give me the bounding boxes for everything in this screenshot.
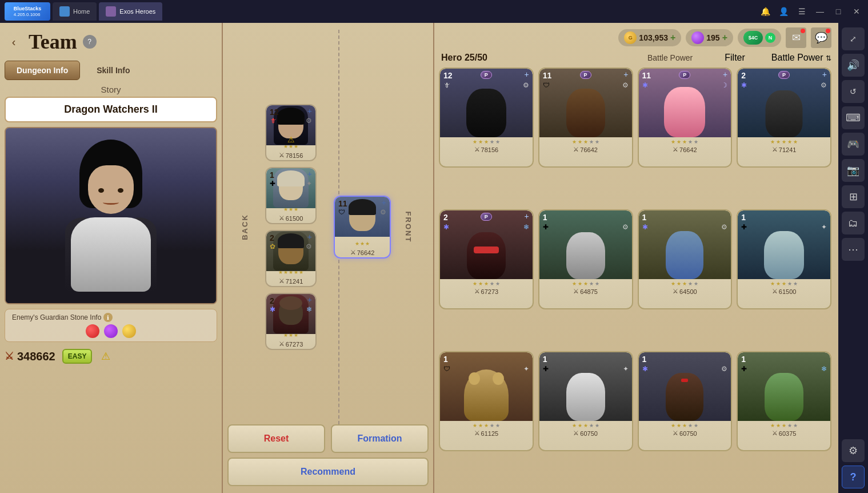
- close-btn[interactable]: ✕: [850, 5, 863, 18]
- hero-card-7[interactable]: 1 ✱ ⚙ ★★★★★ ⚔64500: [638, 209, 733, 309]
- help-button[interactable]: ?: [83, 35, 97, 49]
- slot-warning-1: ⚠: [287, 135, 295, 144]
- storage-icon[interactable]: 🗂: [842, 212, 865, 234]
- gamepad-icon[interactable]: 🎮: [842, 133, 865, 156]
- tab-exos[interactable]: Exos Heroes: [99, 2, 162, 21]
- hero-plus-3: +: [723, 70, 727, 79]
- battle-power-value: 348662: [17, 350, 55, 363]
- hero-card-5[interactable]: P 2 + ✱ ❄ ★★★★★ ⚔67273: [439, 209, 534, 309]
- mail-button[interactable]: ✉: [786, 27, 806, 48]
- formation-slot-2[interactable]: 1 + ✚ ✦ ★★★ ⚔61500: [265, 167, 317, 224]
- dungeon-info-tab[interactable]: Dungeon Info: [5, 61, 80, 80]
- user-icon[interactable]: 👤: [777, 5, 790, 18]
- hero-card-9[interactable]: 1 🛡 ✦ ★★★★★ ⚔61125: [439, 351, 534, 451]
- hero-gear-1: ⚙: [523, 81, 529, 89]
- hero-stars-12: ★★★★★: [770, 423, 798, 428]
- hero-card-1[interactable]: P 12 + 🗡 ⚙ ★★★★★ ⚔78156: [439, 67, 534, 168]
- gold-plus-btn[interactable]: +: [670, 33, 675, 43]
- hero-card-10[interactable]: 1 ✚ ✦ ★★★★★ ⚔60750: [538, 351, 633, 451]
- hero-power-10: ⚔60750: [573, 430, 598, 437]
- gem-plus-btn[interactable]: +: [722, 33, 727, 43]
- left-panel: ‹ Team ? Dungeon Info Skill Info Story D…: [0, 23, 223, 493]
- hero-portrait-2: P 11 + 🛡 ⚙: [539, 69, 632, 137]
- slot-gear-3: ⚙: [306, 242, 312, 251]
- rotate-icon[interactable]: ↺: [842, 80, 865, 103]
- reset-button[interactable]: Reset: [227, 424, 325, 453]
- volume-icon[interactable]: 🔊: [842, 54, 865, 77]
- logo-text: BlueStacks4.205.0.1006: [14, 6, 42, 17]
- right-sidebar: ⤢ 🔊 ↺ ⌨ 🎮 📷 ⊞ 🗂 ⋯ ⚙ ?: [838, 23, 868, 493]
- hero-stars-5: ★★★★★: [473, 281, 500, 287]
- hero-power-6: ⚔64875: [573, 288, 598, 295]
- hero-gear-2: ⚙: [622, 81, 629, 89]
- hero-portrait-9: 1 🛡 ✦: [440, 352, 533, 421]
- formation-slot-4[interactable]: 2 + ✱ ❄ ★★★ ⚔67273: [265, 293, 317, 350]
- hero-card-8[interactable]: 1 ✚ ✦ ★★★★★ ⚔61500: [737, 209, 831, 309]
- hero-face-5: [467, 232, 506, 279]
- gold-coin-icon: G: [624, 31, 637, 44]
- hero-level-8: 1: [741, 213, 746, 222]
- chat-button[interactable]: 💬: [811, 27, 831, 48]
- slot-plus-2: +: [307, 169, 312, 178]
- hero-power-5: ⚔67273: [474, 288, 499, 295]
- hero-element-2: 🛡: [543, 81, 550, 89]
- panel-header: ‹ Team ?: [5, 27, 217, 56]
- slot-element-3: ✿: [270, 242, 275, 251]
- maximize-btn[interactable]: □: [831, 5, 845, 18]
- minimize-btn[interactable]: —: [813, 5, 827, 18]
- hero-level-5: 2: [443, 213, 448, 222]
- hero-element-12: ✚: [741, 365, 747, 373]
- hero-stars-4: ★★★★★: [770, 139, 798, 145]
- front-column: 11 + 🛡 ⚙ ★★★ ⚔76642: [334, 196, 391, 259]
- recommend-button[interactable]: Recommend: [227, 458, 429, 486]
- hero-card-2[interactable]: P 11 + 🛡 ⚙ ★★★★★ ⚔76642: [538, 67, 633, 168]
- formation-slot-front[interactable]: 11 + 🛡 ⚙ ★★★ ⚔76642: [334, 196, 391, 259]
- back-button[interactable]: ‹: [5, 33, 23, 51]
- help-icon[interactable]: ?: [842, 466, 865, 488]
- hero-portrait-3: P 11 + ✱ ☽: [639, 69, 731, 137]
- hero-element-5: ✱: [443, 223, 449, 231]
- n-badge: N: [765, 33, 775, 43]
- hero-card-12[interactable]: 1 ✚ ❄ ★★★★★ ⚔60375: [737, 351, 831, 451]
- hero-stars-10: ★★★★★: [572, 423, 599, 428]
- page-title: Team: [29, 30, 77, 54]
- more-icon[interactable]: ⋯: [842, 238, 865, 261]
- exos-tab-label: Exos Heroes: [119, 8, 155, 15]
- formation-slot-1[interactable]: 12 + 🗡 ⚙ ⚠ ★★★ ⚔78156: [265, 104, 317, 161]
- camera-icon[interactable]: 📷: [842, 159, 865, 182]
- keyboard-icon[interactable]: ⌨: [842, 106, 865, 129]
- hero-power-8: ⚔61500: [772, 288, 797, 295]
- hero-card-11[interactable]: 1 ✱ ⚙ ★★★★★ ⚔60750: [638, 351, 733, 451]
- stone-purple: [104, 324, 118, 338]
- slot-level-front: 11: [338, 199, 347, 208]
- hero-element-8: ✚: [741, 223, 747, 231]
- formation-slot-3[interactable]: 2 + ✿ ⚙ ★★★★★ ⚔71241: [265, 230, 317, 287]
- hero-card-4[interactable]: P 2 + ✱ ⚙ ★★★★★ ⚔71241: [737, 67, 831, 168]
- difficulty-badge: EASY: [62, 349, 93, 364]
- hero-card-3[interactable]: P 11 + ✱ ☽ ★★★★★ ⚔76642: [638, 67, 733, 168]
- skill-info-tab[interactable]: Skill Info: [85, 61, 142, 80]
- grid-icon[interactable]: ⊞: [842, 185, 865, 208]
- game-area: ‹ Team ? Dungeon Info Skill Info Story D…: [0, 23, 868, 493]
- slot-plus-front: +: [382, 198, 386, 207]
- formation-button[interactable]: Formation: [331, 424, 429, 453]
- bell-icon[interactable]: 🔔: [758, 5, 772, 18]
- hero-level-9: 1: [443, 355, 448, 364]
- slot-gear-2: ✦: [306, 180, 312, 188]
- settings-icon[interactable]: ⚙: [842, 439, 865, 462]
- hero-element-11: ✱: [642, 365, 648, 373]
- hero-card-6[interactable]: 1 ✚ ⚙ ★★★★★ ⚔64875: [538, 209, 633, 309]
- hero-gear-8: ✦: [821, 223, 827, 231]
- slot-gear-4: ❄: [306, 305, 312, 313]
- hero-badge-5: P: [481, 213, 492, 221]
- hero-portrait-6: 1 ✚ ⚙: [539, 210, 632, 279]
- chat-notification: [826, 29, 830, 33]
- home-tab-label: Home: [73, 8, 90, 15]
- tab-home[interactable]: Home: [53, 2, 97, 21]
- menu-icon[interactable]: ☰: [795, 5, 809, 18]
- window-controls: 🔔 👤 ☰ — □ ✕: [758, 5, 863, 18]
- expand-icon[interactable]: ⤢: [842, 27, 865, 50]
- hero-element-1: 🗡: [443, 81, 450, 89]
- currency-bar: G 103,953 + 195 + $4C N ✉ 💬: [439, 27, 834, 48]
- hero-gear-12: ❄: [821, 365, 827, 373]
